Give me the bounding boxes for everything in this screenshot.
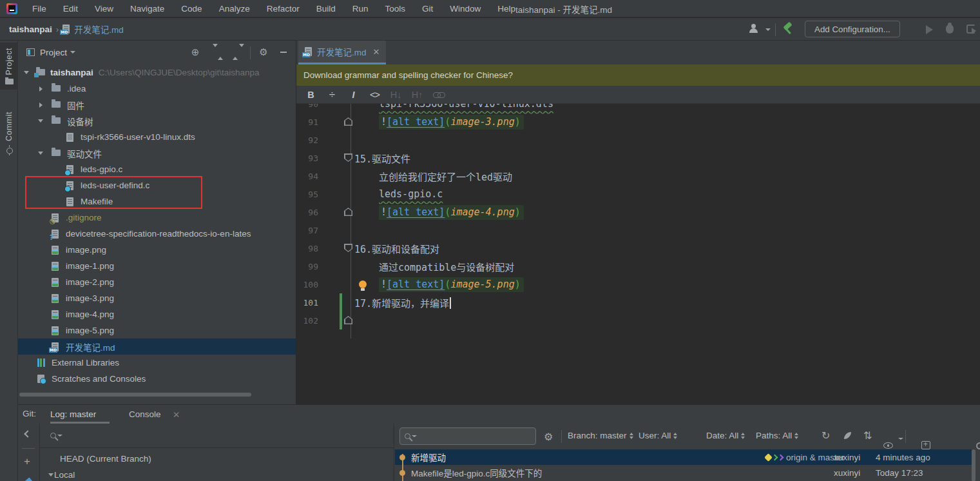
debug-icon[interactable] — [946, 25, 954, 34]
editor-line[interactable]: 102 — [296, 311, 980, 329]
tree-item-image-2-png[interactable]: image-2.png — [18, 274, 296, 290]
md-alt-link[interactable]: [alt text] — [387, 116, 445, 128]
tree-item-firmware[interactable]: 固件 — [18, 97, 296, 113]
breadcrumb-file[interactable]: 开发笔记.md — [74, 23, 124, 35]
editor[interactable]: 90 tspi-rk3566-user-v10-linux.dts 91 ![a… — [296, 104, 980, 404]
editor-line[interactable]: 95 leds-gpio.c — [296, 185, 980, 203]
menu-run[interactable]: Run — [344, 0, 377, 17]
tree-item-scratches[interactable]: Scratches and Consoles — [18, 371, 296, 387]
chevron-down-icon[interactable] — [36, 113, 45, 129]
search-everywhere-icon[interactable] — [976, 442, 980, 449]
strikethrough-icon[interactable]: ÷ — [322, 88, 343, 101]
menu-window[interactable]: Window — [441, 0, 489, 17]
chevron-right-icon[interactable] — [36, 97, 45, 113]
menu-view[interactable]: View — [86, 0, 122, 17]
fold-start-icon[interactable] — [344, 153, 352, 162]
project-view-dropdown-icon[interactable] — [70, 51, 75, 54]
menu-analyze[interactable]: Analyze — [211, 0, 258, 17]
menu-git[interactable]: Git — [414, 0, 441, 17]
chevron-right-icon[interactable] — [36, 81, 45, 97]
tree-item-devicetree-folder[interactable]: 设备树 — [18, 113, 296, 129]
brush-icon[interactable] — [844, 432, 851, 439]
menu-tools[interactable]: Tools — [377, 0, 414, 17]
editor-line[interactable]: 93 15.驱动文件 — [296, 149, 980, 167]
breadcrumb-project[interactable]: taishanpai — [9, 25, 52, 34]
menu-refactor[interactable]: Refactor — [258, 0, 308, 17]
editor-line[interactable]: 94 立创给我们定好了一个led驱动 — [296, 167, 980, 185]
eye-dropdown-icon[interactable] — [898, 438, 903, 440]
settings-gear-icon[interactable]: ⚙ — [544, 431, 553, 443]
fold-end-icon[interactable] — [344, 316, 352, 324]
add-configuration-button[interactable]: Add Configuration... — [805, 21, 900, 37]
commit-row-selected[interactable]: 新增驱动 origin & master xuxinyi 4 minutes a… — [395, 449, 972, 465]
tree-item-root[interactable]: taishanpaiC:\Users\QINGJUE\Desktop\git\t… — [18, 64, 296, 81]
chevron-down-icon[interactable] — [46, 467, 55, 481]
run-icon[interactable] — [926, 25, 933, 34]
add-icon[interactable]: + — [24, 457, 32, 466]
horizontal-scrollbar[interactable] — [19, 393, 251, 397]
tree-item-gitignore[interactable]: .gitignore — [18, 210, 296, 226]
intellij-logo-icon[interactable] — [6, 3, 17, 14]
tree-item-devicetree-spec[interactable]: devicetree-specification-readthedocs-io-… — [18, 226, 296, 242]
notification-banner[interactable]: Download grammar and spelling checker fo… — [296, 64, 980, 86]
tree-item-dts-file[interactable]: tspi-rk3566-user-v10-linux.dts — [18, 129, 296, 145]
expand-all-icon[interactable] — [211, 47, 219, 57]
fold-start-icon[interactable] — [344, 244, 352, 252]
menu-navigate[interactable]: Navigate — [122, 0, 173, 17]
code-span-icon[interactable]: <> — [364, 90, 385, 100]
tab-console[interactable]: Console — [129, 405, 161, 424]
tree-item-image-4-png[interactable]: image-4.png — [18, 306, 296, 322]
menu-code[interactable]: Code — [173, 0, 210, 17]
sort-icon[interactable]: ⇅ — [863, 429, 872, 442]
menu-build[interactable]: Build — [308, 0, 344, 17]
chevron-down-icon[interactable] — [36, 145, 45, 161]
user-dropdown-icon[interactable] — [765, 28, 771, 31]
editor-line[interactable]: 96 ![alt text](image-4.png) — [296, 203, 980, 221]
settings-gear-icon[interactable]: ⚙ — [257, 46, 270, 59]
project-panel-title[interactable]: Project — [40, 48, 67, 57]
bold-icon[interactable]: B — [300, 90, 322, 100]
filter-paths[interactable]: Paths: All — [756, 431, 798, 440]
filter-user[interactable]: User: All — [639, 431, 677, 440]
header-up-icon[interactable]: H↑ — [407, 90, 428, 100]
fold-end-icon[interactable] — [344, 117, 352, 126]
collapse-panel-icon[interactable] — [24, 430, 31, 437]
stripe-project-button[interactable]: Project — [0, 43, 18, 90]
build-hammer-icon[interactable] — [782, 23, 794, 35]
header-down-icon[interactable]: H↓ — [385, 90, 407, 100]
editor-line[interactable]: 100 ![alt text](image-5.png) — [296, 275, 980, 293]
commit-search-input[interactable] — [399, 427, 536, 445]
close-console-icon[interactable]: ✕ — [173, 405, 180, 424]
locate-file-icon[interactable]: ⊕ — [189, 46, 202, 59]
filter-branch[interactable]: Branch: master — [568, 431, 633, 440]
link-icon[interactable] — [428, 90, 449, 100]
tree-item-driver-folder[interactable]: 驱动文件 — [18, 145, 296, 161]
menu-edit[interactable]: Edit — [55, 0, 86, 17]
tree-item-image-1-png[interactable]: image-1.png — [18, 258, 296, 274]
user-account-icon[interactable] — [749, 24, 759, 33]
vertical-scrollbar[interactable] — [972, 449, 975, 481]
md-alt-link[interactable]: [alt text] — [387, 206, 445, 218]
tree-item-dev-notes-md-selected[interactable]: 开发笔记.md — [18, 339, 296, 355]
branch-search-row[interactable] — [40, 424, 394, 448]
tree-item-image-3-png[interactable]: image-3.png — [18, 290, 296, 306]
preview-eye-icon[interactable] — [883, 442, 893, 449]
go-to-hash-icon[interactable] — [921, 441, 930, 449]
branch-row-head[interactable]: HEAD (Current Branch) — [40, 451, 394, 467]
md-alt-link[interactable]: [alt text] — [387, 279, 445, 290]
collapse-all-icon[interactable] — [233, 47, 240, 57]
tab-dev-notes-md[interactable]: 开发笔记.md ✕ — [298, 41, 386, 64]
chevron-down-icon[interactable] — [22, 64, 31, 81]
refresh-icon[interactable]: ↻ — [821, 429, 830, 442]
branch-row-local[interactable]: Local — [40, 467, 394, 481]
profiler-icon[interactable] — [966, 25, 975, 34]
paint-branches-icon[interactable] — [23, 477, 34, 481]
commit-row[interactable]: Makefile是led-gpio.c同级文件下的 xuxinyi Today … — [395, 465, 972, 480]
hide-panel-icon[interactable] — [280, 52, 287, 53]
editor-line[interactable]: 97 — [296, 221, 980, 239]
editor-line[interactable]: 99 通过compatible与设备树配对 — [296, 257, 980, 275]
tab-log-master[interactable]: Log: master — [50, 405, 96, 424]
intention-bulb-icon[interactable] — [359, 280, 367, 288]
editor-line[interactable]: 90 tspi-rk3566-user-v10-linux.dts — [296, 104, 980, 113]
stripe-commit-button[interactable]: Commit — [0, 106, 18, 161]
